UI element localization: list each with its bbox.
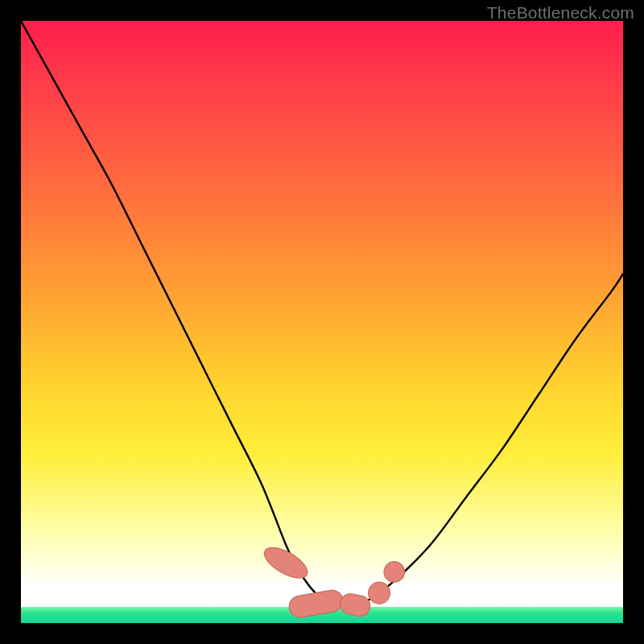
curve-layer — [21, 21, 623, 623]
valley-markers — [260, 542, 405, 619]
chart-frame: TheBottleneck.com — [0, 0, 644, 644]
valley-marker — [338, 592, 372, 618]
valley-marker — [260, 542, 312, 584]
valley-marker — [369, 582, 390, 604]
valley-marker — [384, 562, 404, 582]
watermark-label: TheBottleneck.com — [487, 3, 634, 23]
plot-area — [21, 21, 623, 623]
bottleneck-curve — [21, 21, 623, 605]
valley-marker — [287, 588, 345, 619]
